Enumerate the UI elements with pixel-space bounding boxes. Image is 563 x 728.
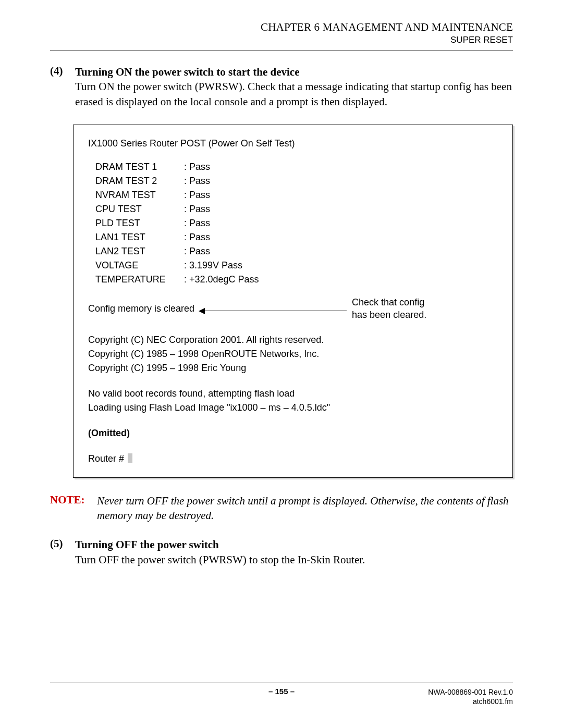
post-name: PLD TEST [95, 216, 184, 230]
post-row: DRAM TEST 2Pass [95, 174, 498, 188]
post-result: 3.199V Pass [184, 258, 242, 273]
post-result: Pass [184, 202, 210, 216]
check-note: Check that config has been cleared. [352, 296, 426, 322]
post-row: VOLTAGE3.199V Pass [95, 258, 498, 273]
post-row: PLD TESTPass [95, 216, 498, 230]
post-result: Pass [184, 174, 210, 188]
step-4-text: Turn ON the power switch (PWRSW). Check … [75, 80, 512, 107]
footer-doc-info: NWA-008869-001 Rev.1.0 atch6001.fm [428, 687, 513, 706]
post-name: CPU TEST [95, 202, 184, 216]
boot-block: No valid boot records found, attempting … [88, 387, 498, 415]
step-5: (5) Turning OFF the power switch Turn OF… [50, 537, 513, 567]
config-cleared-row: Config memory is cleared Check that conf… [88, 296, 498, 322]
doc-file: atch6001.fm [428, 697, 513, 706]
post-name: DRAM TEST 2 [95, 174, 184, 188]
step-5-body: Turning OFF the power switch Turn OFF th… [75, 537, 513, 567]
prompt-row: Router # [88, 452, 498, 466]
cursor-icon [128, 453, 132, 463]
post-name: TEMPERATURE [95, 273, 184, 287]
post-name: VOLTAGE [95, 258, 184, 273]
note-body: Never turn OFF the power switch until a … [97, 493, 513, 523]
post-result: Pass [184, 160, 210, 174]
step-4: (4) Turning ON the power switch to start… [50, 65, 513, 109]
copyright-line: Copyright (C) NEC Corporation 2001. All … [88, 333, 498, 347]
step-4-title: Turning ON the power switch to start the… [75, 66, 299, 78]
step-5-number: (5) [50, 537, 68, 567]
boot-line: No valid boot records found, attempting … [88, 387, 498, 401]
doc-number: NWA-008869-001 Rev.1.0 [428, 687, 513, 697]
post-title: IX1000 Series Router POST (Power On Self… [88, 137, 498, 151]
post-result: Pass [184, 216, 210, 230]
copyright-block: Copyright (C) NEC Corporation 2001. All … [88, 333, 498, 375]
chapter-title: CHAPTER 6 MANAGEMENT AND MAINTENANCE [50, 21, 513, 34]
page-header: CHAPTER 6 MANAGEMENT AND MAINTENANCE SUP… [50, 21, 513, 45]
boot-line: Loading using Flash Load Image "ix1000 –… [88, 401, 498, 415]
post-table: DRAM TEST 1Pass DRAM TEST 2Pass NVRAM TE… [95, 160, 498, 287]
step-4-number: (4) [50, 65, 68, 109]
note-block: NOTE: Never turn OFF the power switch un… [50, 493, 513, 523]
router-prompt: Router # [88, 453, 127, 464]
step-5-text: Turn OFF the power switch (PWRSW) to sto… [75, 553, 365, 566]
post-result: Pass [184, 244, 210, 258]
post-name: LAN1 TEST [95, 230, 184, 244]
check-note-line2: has been cleared. [352, 310, 426, 320]
omitted-label: (Omitted) [88, 426, 498, 440]
config-cleared-text: Config memory is cleared [88, 302, 194, 316]
post-row: DRAM TEST 1Pass [95, 160, 498, 174]
post-row: LAN2 TESTPass [95, 244, 498, 258]
post-name: DRAM TEST 1 [95, 160, 184, 174]
console-wrapper: IX1000 Series Router POST (Power On Self… [73, 125, 513, 478]
console-output: IX1000 Series Router POST (Power On Self… [73, 125, 513, 478]
post-result: Pass [184, 230, 210, 244]
section-title: SUPER RESET [50, 35, 513, 45]
post-name: NVRAM TEST [95, 188, 184, 202]
copyright-line: Copyright (C) 1985 – 1998 OpenROUTE Netw… [88, 347, 498, 361]
header-rule [50, 51, 513, 51]
step-5-title: Turning OFF the power switch [75, 538, 219, 551]
post-row: TEMPERATURE+32.0degC Pass [95, 273, 498, 287]
note-label: NOTE: [50, 493, 90, 523]
post-row: CPU TESTPass [95, 202, 498, 216]
page-footer: – 155 – NWA-008869-001 Rev.1.0 atch6001.… [50, 683, 513, 706]
arrow-left-icon [199, 305, 347, 312]
post-row: NVRAM TESTPass [95, 188, 498, 202]
post-name: LAN2 TEST [95, 244, 184, 258]
step-4-body: Turning ON the power switch to start the… [75, 65, 513, 109]
copyright-line: Copyright (C) 1995 – 1998 Eric Young [88, 361, 498, 375]
post-result: +32.0degC Pass [184, 273, 259, 287]
post-result: Pass [184, 188, 210, 202]
check-note-line1: Check that config [352, 297, 424, 307]
post-row: LAN1 TESTPass [95, 230, 498, 244]
page: CHAPTER 6 MANAGEMENT AND MAINTENANCE SUP… [0, 0, 563, 728]
